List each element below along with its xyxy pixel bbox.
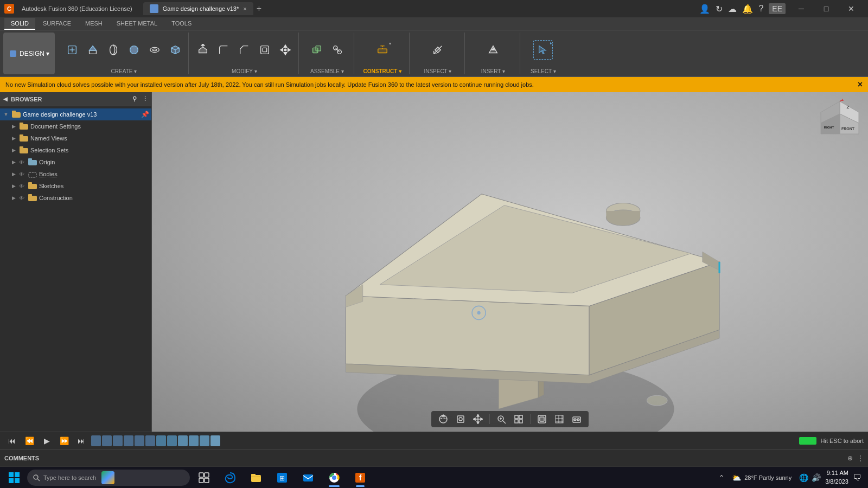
timeline-step[interactable] [91,435,101,446]
tab-tools[interactable]: TOOLS [165,18,198,30]
taskbar-explorer-btn[interactable] [244,467,268,488]
timeline-step[interactable] [210,435,220,446]
timeline-start-btn[interactable]: ⏮ [4,434,20,447]
new-tab-btn[interactable]: + [257,4,261,14]
root-pin-btn[interactable]: 📌 [141,111,149,118]
taskbar-weather[interactable]: ⛅ 28°F Partly sunny [729,473,795,482]
timeline-step[interactable] [178,435,188,446]
notification-center-btn[interactable]: 🗨 [853,473,861,483]
construct-group-label[interactable]: CONSTRUCT ▾ [363,68,402,74]
cloud-icon[interactable]: ☁ [728,4,737,14]
collapse-browser-btn[interactable]: ◀ [3,96,8,102]
browser-item-construction[interactable]: ▶ 👁 Construction [0,192,151,204]
design-dropdown-btn[interactable]: DESIGN ▾ [3,33,55,74]
chamfer-btn[interactable] [234,40,254,60]
taskbar-fusion-btn[interactable]: f [348,467,372,488]
timeline-step[interactable] [156,435,166,446]
shell-btn[interactable] [255,40,275,60]
insert-mesh-btn[interactable] [483,40,503,60]
browser-item-named-views[interactable]: ▶ Named Views [0,132,151,144]
network-icon[interactable]: 🌐 [799,473,808,482]
browser-menu-btn[interactable]: ⋮ [142,95,148,102]
tab-surface[interactable]: SURFACE [36,18,78,30]
fit-btn[interactable] [511,413,526,426]
create-group-label[interactable]: CREATE ▾ [111,68,137,74]
timeline-prev-btn[interactable]: ⏪ [22,434,37,447]
taskbar-mail-btn[interactable] [296,467,320,488]
timeline-step[interactable] [102,435,112,446]
browser-item-selection-sets[interactable]: ▶ Selection Sets [0,144,151,156]
timeline-step[interactable] [135,435,144,446]
revolve-btn[interactable] [104,40,123,60]
browser-item-sketches[interactable]: ▶ 👁 Sketches [0,180,151,192]
viewcube[interactable]: FRONT RIGHT Z [818,99,861,142]
sketches-eye-btn[interactable]: 👁 [17,183,26,189]
joint-btn[interactable] [328,40,347,60]
windows-start-btn[interactable] [3,467,25,488]
browser-item-doc-settings[interactable]: ▶ Document Settings [0,120,151,132]
tab-solid[interactable]: SOLID [4,18,35,30]
taskbar-store-btn[interactable]: ⊞ [270,467,294,488]
refresh-icon[interactable]: ↻ [716,4,723,14]
account-icon[interactable]: 👤 [699,4,710,14]
tab-sheetmetal[interactable]: SHEET METAL [110,18,164,30]
timeline-step[interactable] [124,435,133,446]
select-group-label[interactable]: SELECT ▾ [531,68,556,74]
comments-expand-btn[interactable]: ⊕ [847,454,853,462]
close-btn[interactable]: ✕ [839,0,864,17]
orbit-btn[interactable] [436,413,451,426]
new-component-btn[interactable] [307,40,327,60]
tray-up-arrow[interactable]: ⌃ [719,474,724,481]
pan-btn[interactable] [470,413,486,426]
timeline-step[interactable] [200,435,209,446]
origin-eye-btn[interactable]: 👁 [17,159,26,165]
comments-menu-btn[interactable]: ⋮ [857,454,864,462]
minimize-btn[interactable]: ─ [789,0,814,17]
select-filter-btn[interactable]: ▸ [533,40,553,60]
measure-btn[interactable] [428,40,448,60]
bodies-eye-btn[interactable]: 👁 [17,171,26,177]
grid-btn[interactable] [552,413,567,426]
tab-mesh[interactable]: MESH [79,18,109,30]
timeline-step[interactable] [189,435,199,446]
maximize-btn[interactable]: □ [814,0,839,17]
help-icon[interactable]: ? [758,4,763,14]
look-at-btn[interactable] [453,413,468,426]
torus-btn[interactable] [145,40,164,60]
new-body-btn[interactable] [62,40,82,60]
timeline-play-btn[interactable]: ▶ [39,434,54,447]
timeline-step[interactable] [167,435,177,446]
user-initials[interactable]: EE [769,3,786,14]
browser-item-origin[interactable]: ▶ 👁 Origin [0,156,151,168]
press-pull-btn[interactable] [193,40,213,60]
zoom-btn[interactable] [494,413,509,426]
timeline-step[interactable] [145,435,155,446]
modify-group-label[interactable]: MODIFY ▾ [232,68,257,74]
inspect-group-label[interactable]: INSPECT ▾ [424,68,451,74]
timeline-step[interactable] [113,435,123,446]
offset-plane-btn[interactable]: ▾ [373,40,392,60]
box-btn[interactable] [165,40,185,60]
visual-style-btn[interactable] [569,413,584,426]
browser-search-btn[interactable]: ⚲ [132,95,137,102]
extrude-btn[interactable] [83,40,103,60]
taskbar-chrome-btn[interactable] [322,467,346,488]
assemble-group-label[interactable]: ASSEMBLE ▾ [310,68,344,74]
close-notification-btn[interactable]: × [858,80,863,89]
move-btn[interactable] [276,40,295,60]
viewport[interactable]: FRONT RIGHT Z [152,92,868,432]
bell-icon[interactable]: 🔔 [742,4,753,14]
taskbar-edge-btn[interactable] [218,467,242,488]
browser-item-bodies[interactable]: ▶ 👁 Bodies [0,168,151,180]
active-tab[interactable]: Game design challenge v13* × [143,2,253,15]
timeline-next-btn[interactable]: ⏩ [56,434,72,447]
volume-icon[interactable]: 🔊 [812,473,821,482]
timeline-end-btn[interactable]: ⏭ [74,434,89,447]
taskbar-clock[interactable]: 9:11 AM 3/8/2023 [825,469,848,486]
sphere-btn[interactable] [124,40,144,60]
construction-eye-btn[interactable]: 👁 [17,195,26,201]
fillet-btn[interactable] [214,40,233,60]
browser-root-item[interactable]: ▼ Game design challenge v13 📌 [0,108,151,120]
taskbar-task-view-btn[interactable] [192,467,216,488]
insert-group-label[interactable]: INSERT ▾ [481,68,505,74]
